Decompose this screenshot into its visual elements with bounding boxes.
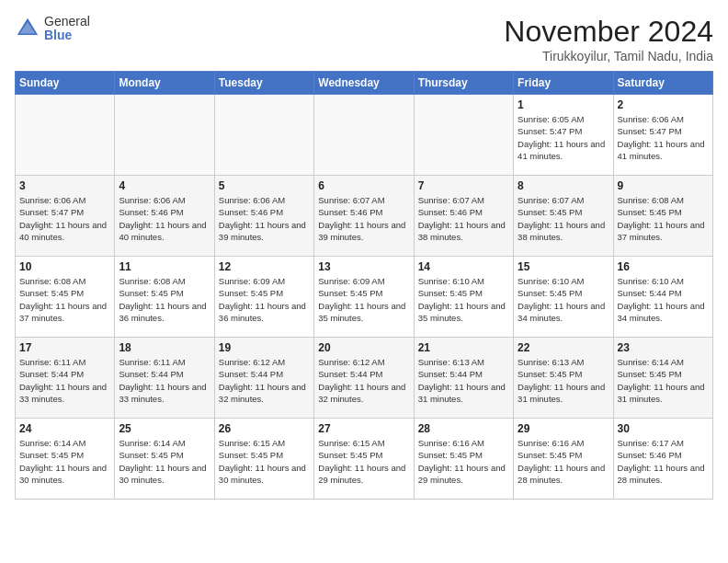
day-cell: 4Sunrise: 6:06 AM Sunset: 5:46 PM Daylig… <box>115 176 214 257</box>
day-cell: 10Sunrise: 6:08 AM Sunset: 5:45 PM Dayli… <box>16 257 115 338</box>
day-cell: 29Sunrise: 6:16 AM Sunset: 5:45 PM Dayli… <box>514 419 613 500</box>
day-cell: 24Sunrise: 6:14 AM Sunset: 5:45 PM Dayli… <box>16 419 115 500</box>
day-number: 12 <box>219 260 310 273</box>
day-cell: 3Sunrise: 6:06 AM Sunset: 5:47 PM Daylig… <box>16 176 115 257</box>
logo-text: General Blue <box>44 15 90 43</box>
day-number: 24 <box>19 422 110 435</box>
day-number: 17 <box>19 341 110 354</box>
day-number: 14 <box>418 260 509 273</box>
day-cell <box>414 95 513 176</box>
day-cell: 9Sunrise: 6:08 AM Sunset: 5:45 PM Daylig… <box>613 176 712 257</box>
day-number: 21 <box>418 341 509 354</box>
logo-icon <box>15 16 40 41</box>
day-info: Sunrise: 6:11 AM Sunset: 5:44 PM Dayligh… <box>19 356 110 405</box>
day-info: Sunrise: 6:08 AM Sunset: 5:45 PM Dayligh… <box>119 275 210 324</box>
day-number: 2 <box>618 98 709 111</box>
header-friday: Friday <box>514 72 613 95</box>
day-number: 9 <box>618 179 709 192</box>
day-info: Sunrise: 6:13 AM Sunset: 5:44 PM Dayligh… <box>418 356 509 405</box>
week-row-0: 1Sunrise: 6:05 AM Sunset: 5:47 PM Daylig… <box>16 95 713 176</box>
week-row-4: 24Sunrise: 6:14 AM Sunset: 5:45 PM Dayli… <box>16 419 713 500</box>
day-cell: 28Sunrise: 6:16 AM Sunset: 5:45 PM Dayli… <box>414 419 513 500</box>
day-info: Sunrise: 6:11 AM Sunset: 5:44 PM Dayligh… <box>119 356 210 405</box>
day-number: 25 <box>119 422 210 435</box>
day-info: Sunrise: 6:06 AM Sunset: 5:46 PM Dayligh… <box>119 194 210 243</box>
logo: General Blue <box>15 15 90 43</box>
day-info: Sunrise: 6:08 AM Sunset: 5:45 PM Dayligh… <box>618 194 709 243</box>
day-info: Sunrise: 6:14 AM Sunset: 5:45 PM Dayligh… <box>618 356 709 405</box>
day-number: 1 <box>518 98 609 111</box>
day-info: Sunrise: 6:12 AM Sunset: 5:44 PM Dayligh… <box>219 356 310 405</box>
day-info: Sunrise: 6:06 AM Sunset: 5:46 PM Dayligh… <box>219 194 310 243</box>
header-thursday: Thursday <box>414 72 513 95</box>
day-cell: 13Sunrise: 6:09 AM Sunset: 5:45 PM Dayli… <box>314 257 414 338</box>
day-info: Sunrise: 6:14 AM Sunset: 5:45 PM Dayligh… <box>119 437 210 486</box>
day-cell: 15Sunrise: 6:10 AM Sunset: 5:45 PM Dayli… <box>514 257 613 338</box>
header-monday: Monday <box>115 72 214 95</box>
day-cell: 26Sunrise: 6:15 AM Sunset: 5:45 PM Dayli… <box>214 419 313 500</box>
calendar-subtitle: Tirukkoyilur, Tamil Nadu, India <box>504 49 713 63</box>
day-cell: 20Sunrise: 6:12 AM Sunset: 5:44 PM Dayli… <box>314 338 414 419</box>
logo-blue: Blue <box>44 29 90 42</box>
day-number: 28 <box>418 422 509 435</box>
day-info: Sunrise: 6:09 AM Sunset: 5:45 PM Dayligh… <box>318 275 409 324</box>
day-cell: 12Sunrise: 6:09 AM Sunset: 5:45 PM Dayli… <box>214 257 313 338</box>
day-number: 11 <box>119 260 210 273</box>
day-cell <box>214 95 313 176</box>
day-number: 16 <box>618 260 709 273</box>
day-cell: 6Sunrise: 6:07 AM Sunset: 5:46 PM Daylig… <box>314 176 414 257</box>
day-cell: 30Sunrise: 6:17 AM Sunset: 5:46 PM Dayli… <box>613 419 712 500</box>
header-tuesday: Tuesday <box>214 72 313 95</box>
day-number: 4 <box>119 179 210 192</box>
day-cell: 14Sunrise: 6:10 AM Sunset: 5:45 PM Dayli… <box>414 257 513 338</box>
day-cell: 27Sunrise: 6:15 AM Sunset: 5:45 PM Dayli… <box>314 419 414 500</box>
header-wednesday: Wednesday <box>314 72 414 95</box>
day-number: 30 <box>618 422 709 435</box>
day-cell: 11Sunrise: 6:08 AM Sunset: 5:45 PM Dayli… <box>115 257 214 338</box>
title-section: November 2024 Tirukkoyilur, Tamil Nadu, … <box>504 15 713 63</box>
day-number: 13 <box>318 260 409 273</box>
day-info: Sunrise: 6:10 AM Sunset: 5:44 PM Dayligh… <box>618 275 709 324</box>
day-info: Sunrise: 6:15 AM Sunset: 5:45 PM Dayligh… <box>318 437 409 486</box>
header-sunday: Sunday <box>16 72 115 95</box>
day-number: 18 <box>119 341 210 354</box>
day-number: 19 <box>219 341 310 354</box>
day-number: 22 <box>518 341 609 354</box>
header-saturday: Saturday <box>613 72 712 95</box>
day-info: Sunrise: 6:12 AM Sunset: 5:44 PM Dayligh… <box>318 356 409 405</box>
day-number: 20 <box>318 341 409 354</box>
day-cell: 2Sunrise: 6:06 AM Sunset: 5:47 PM Daylig… <box>613 95 712 176</box>
day-info: Sunrise: 6:15 AM Sunset: 5:45 PM Dayligh… <box>219 437 310 486</box>
day-cell: 21Sunrise: 6:13 AM Sunset: 5:44 PM Dayli… <box>414 338 513 419</box>
day-number: 3 <box>19 179 110 192</box>
day-cell: 23Sunrise: 6:14 AM Sunset: 5:45 PM Dayli… <box>613 338 712 419</box>
day-cell: 19Sunrise: 6:12 AM Sunset: 5:44 PM Dayli… <box>214 338 313 419</box>
day-cell: 22Sunrise: 6:13 AM Sunset: 5:45 PM Dayli… <box>514 338 613 419</box>
day-info: Sunrise: 6:06 AM Sunset: 5:47 PM Dayligh… <box>618 113 709 162</box>
day-cell <box>16 95 115 176</box>
day-info: Sunrise: 6:13 AM Sunset: 5:45 PM Dayligh… <box>518 356 609 405</box>
day-number: 8 <box>518 179 609 192</box>
day-number: 5 <box>219 179 310 192</box>
day-info: Sunrise: 6:10 AM Sunset: 5:45 PM Dayligh… <box>418 275 509 324</box>
day-info: Sunrise: 6:07 AM Sunset: 5:46 PM Dayligh… <box>418 194 509 243</box>
day-cell <box>115 95 214 176</box>
logo-general: General <box>44 15 90 29</box>
calendar-title: November 2024 <box>504 15 713 49</box>
calendar-table: Sunday Monday Tuesday Wednesday Thursday… <box>15 71 713 500</box>
week-row-3: 17Sunrise: 6:11 AM Sunset: 5:44 PM Dayli… <box>16 338 713 419</box>
day-number: 7 <box>418 179 509 192</box>
day-info: Sunrise: 6:06 AM Sunset: 5:47 PM Dayligh… <box>19 194 110 243</box>
day-number: 23 <box>618 341 709 354</box>
day-info: Sunrise: 6:07 AM Sunset: 5:46 PM Dayligh… <box>318 194 409 243</box>
day-info: Sunrise: 6:10 AM Sunset: 5:45 PM Dayligh… <box>518 275 609 324</box>
day-info: Sunrise: 6:05 AM Sunset: 5:47 PM Dayligh… <box>518 113 609 162</box>
week-row-2: 10Sunrise: 6:08 AM Sunset: 5:45 PM Dayli… <box>16 257 713 338</box>
day-cell: 7Sunrise: 6:07 AM Sunset: 5:46 PM Daylig… <box>414 176 513 257</box>
day-cell: 1Sunrise: 6:05 AM Sunset: 5:47 PM Daylig… <box>514 95 613 176</box>
day-number: 29 <box>518 422 609 435</box>
day-cell: 5Sunrise: 6:06 AM Sunset: 5:46 PM Daylig… <box>214 176 313 257</box>
day-number: 6 <box>318 179 409 192</box>
day-info: Sunrise: 6:08 AM Sunset: 5:45 PM Dayligh… <box>19 275 110 324</box>
day-number: 10 <box>19 260 110 273</box>
